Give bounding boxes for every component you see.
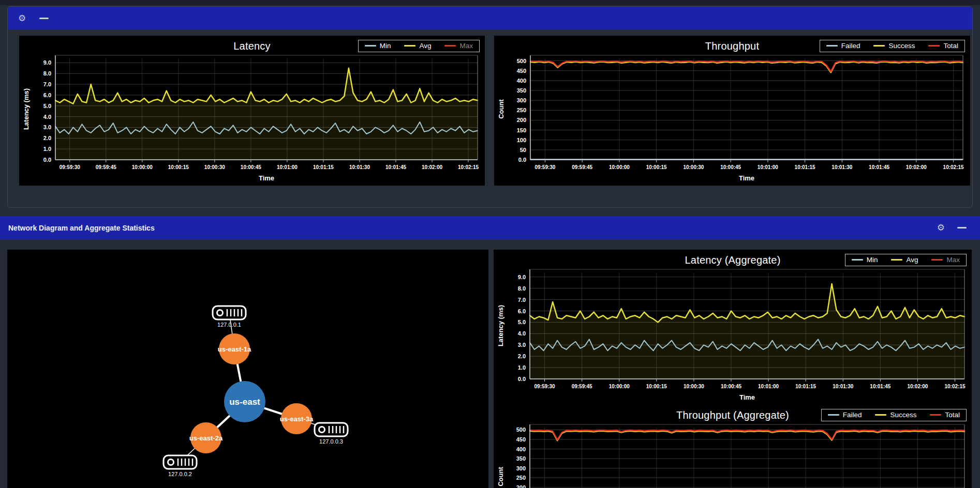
- x-tick-label: 10:00:30: [683, 164, 704, 170]
- node-us-east-3a[interactable]: us-east-3a: [280, 403, 314, 434]
- latency-legend: MinAvgMax: [358, 40, 480, 52]
- y-tick-label: 3.0: [518, 342, 526, 348]
- node-label: us-east-1a: [218, 345, 251, 353]
- x-tick-label: 10:01:15: [795, 164, 815, 170]
- x-tick-label: 09:59:30: [60, 164, 80, 170]
- y-tick-label: 6.0: [43, 92, 51, 98]
- plot-area[interactable]: 9.08.07.06.05.04.03.02.01.00.009:59:3009…: [19, 36, 485, 186]
- y-tick-label: 350: [516, 455, 526, 462]
- legend-item-total[interactable]: Total: [930, 411, 960, 419]
- x-tick-label: 10:02:15: [943, 164, 964, 170]
- y-tick-label: 4.0: [43, 114, 51, 120]
- y-tick-label: 400: [517, 78, 526, 84]
- legend-item-max[interactable]: Max: [444, 42, 473, 50]
- server-icon[interactable]: [213, 306, 246, 319]
- latency-aggregate-legend: MinAvgMax: [845, 254, 967, 266]
- x-axis-title: Time: [739, 174, 754, 182]
- x-tick-label: 10:01:30: [831, 164, 852, 170]
- x-tick-label: 10:00:15: [646, 164, 667, 170]
- y-tick-label: 300: [517, 97, 526, 103]
- x-tick-label: 10:00:45: [241, 164, 261, 170]
- x-tick-label: 10:01:30: [833, 384, 853, 389]
- x-tick-label: 10:00:15: [646, 384, 667, 389]
- y-tick-label: 400: [516, 446, 526, 452]
- legend-item-max[interactable]: Max: [931, 256, 960, 264]
- x-tick-label: 10:01:15: [795, 384, 816, 389]
- y-tick-label: 350: [517, 87, 526, 94]
- y-tick-label: 2.0: [43, 135, 51, 141]
- x-tick-label: 09:59:45: [96, 164, 116, 170]
- y-tick-label: 7.0: [43, 81, 51, 87]
- gear-icon[interactable]: ⚙: [18, 14, 26, 23]
- legend-item-min[interactable]: Min: [852, 256, 878, 264]
- minimize-icon[interactable]: [39, 18, 49, 19]
- y-tick-label: 8.0: [43, 70, 51, 77]
- y-tick-label: 0.0: [518, 376, 526, 382]
- latency-aggregate-chart[interactable]: Latency (Aggregate) MinAvgMax 9.08.07.06…: [494, 250, 972, 405]
- network-panel: Network Diagram and Aggregate Statistics…: [0, 216, 980, 488]
- plot-area[interactable]: 500450400350300250200150100500.009:59:30…: [494, 36, 970, 186]
- throughput-aggregate-chart[interactable]: Throughput (Aggregate) FailedSuccessTota…: [494, 405, 972, 488]
- x-tick-label: 10:00:00: [609, 384, 630, 389]
- legend-item-failed[interactable]: Failed: [826, 42, 860, 50]
- legend-item-success[interactable]: Success: [873, 42, 915, 50]
- x-tick-label: 09:59:45: [572, 164, 592, 170]
- node-us-east[interactable]: us-east: [224, 381, 265, 422]
- aggregate-charts: Latency (Aggregate) MinAvgMax 9.08.07.06…: [494, 250, 972, 488]
- legend-item-success[interactable]: Success: [875, 411, 916, 419]
- x-tick-label: 10:01:45: [385, 164, 406, 170]
- y-tick-label: 5.0: [43, 103, 51, 109]
- plot-area[interactable]: 9.08.07.06.05.04.03.02.01.00.009:59:3009…: [494, 250, 972, 405]
- node-label: us-east-2a: [189, 434, 223, 442]
- host-ip-label: 127.0.0.3: [319, 438, 343, 445]
- legend-item-avg[interactable]: Avg: [404, 42, 431, 50]
- charts-panel: ⚙ Latency MinAvgMax 9.08.07.06.05.04.03.…: [7, 6, 973, 208]
- y-axis-title: Count: [497, 99, 505, 119]
- server-icon[interactable]: [315, 423, 348, 436]
- y-tick-label: 150: [517, 127, 526, 133]
- x-tick-label: 10:01:00: [758, 164, 778, 170]
- y-tick-label: 500: [517, 58, 526, 64]
- network-diagram[interactable]: 127.0.0.1127.0.0.2127.0.0.3us-eastus-eas…: [7, 250, 488, 488]
- x-tick-label: 10:00:45: [721, 384, 741, 389]
- x-tick-label: 10:01:15: [313, 164, 334, 170]
- x-axis-title: Time: [259, 174, 274, 182]
- y-tick-label: 8.0: [518, 285, 526, 292]
- x-tick-label: 10:01:00: [758, 384, 779, 389]
- y-tick-label: 1.0: [43, 146, 51, 152]
- series-line-success: [530, 431, 964, 441]
- x-tick-label: 10:01:30: [349, 164, 370, 170]
- y-tick-label: 9.0: [43, 59, 51, 66]
- gear-icon[interactable]: ⚙: [937, 223, 945, 232]
- host-ip-label: 127.0.0.1: [217, 322, 241, 328]
- y-tick-label: 3.0: [43, 124, 51, 130]
- legend-item-failed[interactable]: Failed: [828, 411, 862, 419]
- y-tick-label: 2.0: [518, 353, 526, 359]
- y-tick-label: 0.0: [43, 157, 51, 163]
- y-axis-title: Latency (ms): [22, 88, 30, 130]
- x-tick-label: 10:01:45: [870, 384, 890, 389]
- network-diagram-canvas[interactable]: 127.0.0.1127.0.0.2127.0.0.3us-eastus-eas…: [7, 250, 488, 488]
- legend-item-total[interactable]: Total: [928, 42, 958, 50]
- y-tick-label: 200: [516, 484, 526, 488]
- x-axis-title: Time: [739, 393, 755, 401]
- x-tick-label: 09:59:30: [534, 164, 555, 170]
- latency-chart[interactable]: Latency MinAvgMax 9.08.07.06.05.04.03.02…: [19, 36, 485, 186]
- y-tick-label: 450: [516, 436, 526, 443]
- throughput-chart[interactable]: Throughput FailedSuccessTotal 5004504003…: [494, 36, 970, 186]
- y-tick-label: 5.0: [518, 319, 526, 325]
- legend-item-avg[interactable]: Avg: [891, 256, 918, 264]
- legend-item-min[interactable]: Min: [365, 42, 391, 50]
- throughput-legend: FailedSuccessTotal: [820, 40, 965, 52]
- minimize-icon[interactable]: [957, 227, 967, 228]
- host-ip-label: 127.0.0.2: [168, 471, 192, 477]
- server-icon[interactable]: [164, 455, 197, 469]
- x-tick-label: 10:02:15: [458, 164, 479, 170]
- network-panel-header: Network Diagram and Aggregate Statistics…: [0, 216, 980, 239]
- node-us-east-1a[interactable]: us-east-1a: [218, 333, 251, 364]
- x-tick-label: 10:00:00: [132, 164, 153, 170]
- y-tick-label: 7.0: [518, 297, 526, 303]
- y-tick-label: 450: [517, 68, 526, 74]
- x-tick-label: 10:00:30: [684, 384, 704, 389]
- x-tick-label: 10:01:45: [869, 164, 889, 170]
